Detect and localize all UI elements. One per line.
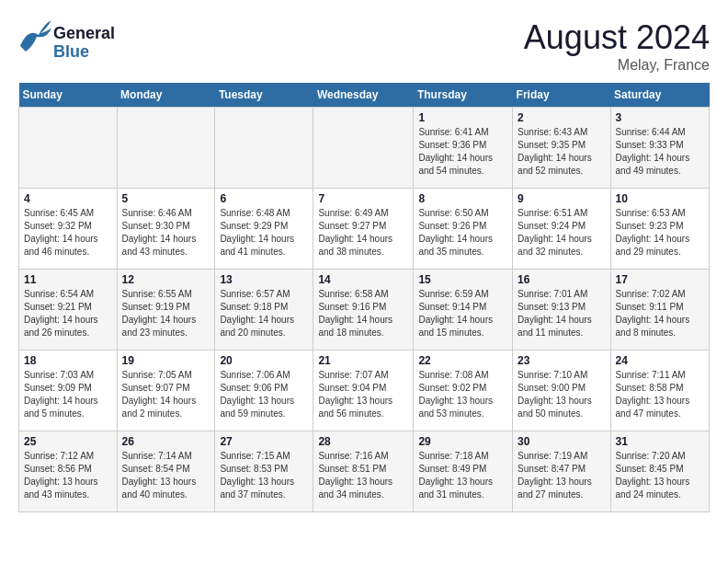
- calendar-cell: 24Sunrise: 7:11 AM Sunset: 8:58 PM Dayli…: [610, 350, 709, 431]
- calendar-cell: 9Sunrise: 6:51 AM Sunset: 9:24 PM Daylig…: [513, 189, 610, 270]
- calendar-cell: 11Sunrise: 6:54 AM Sunset: 9:21 PM Dayli…: [19, 270, 118, 350]
- day-number: 12: [122, 273, 210, 286]
- weekday-header-thursday: Thursday: [414, 83, 513, 108]
- day-number: 11: [24, 273, 112, 286]
- calendar-table: SundayMondayTuesdayWednesdayThursdayFrid…: [18, 83, 710, 512]
- calendar-cell: 31Sunrise: 7:20 AM Sunset: 8:45 PM Dayli…: [610, 431, 709, 512]
- day-number: 28: [318, 435, 408, 448]
- calendar-cell: 3Sunrise: 6:44 AM Sunset: 9:33 PM Daylig…: [610, 108, 709, 189]
- day-info: Sunrise: 7:14 AM Sunset: 8:54 PM Dayligh…: [122, 450, 210, 501]
- calendar-cell: [215, 108, 313, 189]
- day-info: Sunrise: 6:48 AM Sunset: 9:29 PM Dayligh…: [220, 207, 308, 259]
- calendar-cell: 1Sunrise: 6:41 AM Sunset: 9:36 PM Daylig…: [414, 108, 513, 189]
- calendar-cell: 21Sunrise: 7:07 AM Sunset: 9:04 PM Dayli…: [313, 350, 414, 431]
- day-number: 23: [518, 354, 605, 367]
- calendar-cell: 25Sunrise: 7:12 AM Sunset: 8:56 PM Dayli…: [19, 431, 118, 512]
- calendar-cell: 7Sunrise: 6:49 AM Sunset: 9:27 PM Daylig…: [313, 189, 414, 270]
- day-number: 9: [518, 192, 605, 205]
- location-subtitle: Melay, France: [524, 57, 710, 74]
- day-info: Sunrise: 6:45 AM Sunset: 9:32 PM Dayligh…: [24, 207, 112, 259]
- day-info: Sunrise: 6:55 AM Sunset: 9:19 PM Dayligh…: [122, 288, 210, 339]
- day-info: Sunrise: 6:58 AM Sunset: 9:16 PM Dayligh…: [318, 288, 408, 339]
- day-info: Sunrise: 7:12 AM Sunset: 8:56 PM Dayligh…: [24, 450, 112, 501]
- day-info: Sunrise: 7:06 AM Sunset: 9:06 PM Dayligh…: [220, 369, 308, 420]
- day-info: Sunrise: 7:19 AM Sunset: 8:47 PM Dayligh…: [518, 450, 605, 501]
- day-info: Sunrise: 7:01 AM Sunset: 9:13 PM Dayligh…: [518, 288, 605, 339]
- calendar-cell: 27Sunrise: 7:15 AM Sunset: 8:53 PM Dayli…: [215, 431, 313, 512]
- calendar-cell: 23Sunrise: 7:10 AM Sunset: 9:00 PM Dayli…: [513, 350, 610, 431]
- logo: GeneralBlue: [18, 18, 129, 64]
- calendar-cell: 19Sunrise: 7:05 AM Sunset: 9:07 PM Dayli…: [117, 350, 215, 431]
- calendar-cell: 16Sunrise: 7:01 AM Sunset: 9:13 PM Dayli…: [513, 270, 610, 350]
- day-number: 5: [122, 192, 210, 205]
- day-info: Sunrise: 6:44 AM Sunset: 9:33 PM Dayligh…: [616, 126, 704, 178]
- day-number: 7: [318, 192, 408, 205]
- calendar-cell: 22Sunrise: 7:08 AM Sunset: 9:02 PM Dayli…: [414, 350, 513, 431]
- month-year-title: August 2024: [524, 18, 710, 57]
- day-number: 26: [122, 435, 210, 448]
- calendar-cell: [19, 108, 118, 189]
- calendar-cell: 20Sunrise: 7:06 AM Sunset: 9:06 PM Dayli…: [215, 350, 313, 431]
- day-info: Sunrise: 6:57 AM Sunset: 9:18 PM Dayligh…: [220, 288, 308, 339]
- calendar-cell: 4Sunrise: 6:45 AM Sunset: 9:32 PM Daylig…: [19, 189, 118, 270]
- day-number: 17: [616, 273, 704, 286]
- day-number: 29: [418, 435, 507, 448]
- day-info: Sunrise: 7:16 AM Sunset: 8:51 PM Dayligh…: [318, 450, 408, 501]
- weekday-header-wednesday: Wednesday: [313, 83, 414, 108]
- day-info: Sunrise: 6:46 AM Sunset: 9:30 PM Dayligh…: [122, 207, 210, 259]
- day-number: 10: [616, 192, 704, 205]
- day-number: 4: [24, 192, 112, 205]
- day-number: 31: [616, 435, 704, 448]
- day-number: 1: [418, 111, 507, 124]
- day-info: Sunrise: 7:10 AM Sunset: 9:00 PM Dayligh…: [518, 369, 605, 420]
- calendar-week-2: 4Sunrise: 6:45 AM Sunset: 9:32 PM Daylig…: [19, 189, 710, 270]
- logo-svg: GeneralBlue: [18, 18, 129, 64]
- day-number: 21: [318, 354, 408, 367]
- calendar-cell: 10Sunrise: 6:53 AM Sunset: 9:23 PM Dayli…: [610, 189, 709, 270]
- calendar-cell: 28Sunrise: 7:16 AM Sunset: 8:51 PM Dayli…: [313, 431, 414, 512]
- day-number: 27: [220, 435, 308, 448]
- title-section: August 2024 Melay, France: [524, 18, 710, 74]
- day-number: 3: [616, 111, 704, 124]
- calendar-week-1: 1Sunrise: 6:41 AM Sunset: 9:36 PM Daylig…: [19, 108, 710, 189]
- weekday-header-friday: Friday: [513, 83, 610, 108]
- day-info: Sunrise: 6:51 AM Sunset: 9:24 PM Dayligh…: [518, 207, 605, 259]
- day-number: 16: [518, 273, 605, 286]
- weekday-header-row: SundayMondayTuesdayWednesdayThursdayFrid…: [19, 83, 710, 108]
- calendar-cell: 26Sunrise: 7:14 AM Sunset: 8:54 PM Dayli…: [117, 431, 215, 512]
- day-number: 20: [220, 354, 308, 367]
- calendar-cell: 15Sunrise: 6:59 AM Sunset: 9:14 PM Dayli…: [414, 270, 513, 350]
- day-info: Sunrise: 7:02 AM Sunset: 9:11 PM Dayligh…: [616, 288, 704, 339]
- calendar-cell: [117, 108, 215, 189]
- weekday-header-monday: Monday: [117, 83, 215, 108]
- day-number: 18: [24, 354, 112, 367]
- calendar-week-3: 11Sunrise: 6:54 AM Sunset: 9:21 PM Dayli…: [19, 270, 710, 350]
- calendar-cell: 17Sunrise: 7:02 AM Sunset: 9:11 PM Dayli…: [610, 270, 709, 350]
- day-number: 6: [220, 192, 308, 205]
- calendar-cell: 5Sunrise: 6:46 AM Sunset: 9:30 PM Daylig…: [117, 189, 215, 270]
- day-number: 24: [616, 354, 704, 367]
- calendar-cell: 8Sunrise: 6:50 AM Sunset: 9:26 PM Daylig…: [414, 189, 513, 270]
- calendar-cell: 29Sunrise: 7:18 AM Sunset: 8:49 PM Dayli…: [414, 431, 513, 512]
- day-info: Sunrise: 7:07 AM Sunset: 9:04 PM Dayligh…: [318, 369, 408, 420]
- day-info: Sunrise: 7:11 AM Sunset: 8:58 PM Dayligh…: [616, 369, 704, 420]
- page-header: GeneralBlue August 2024 Melay, France: [18, 18, 710, 74]
- svg-text:Blue: Blue: [53, 42, 89, 61]
- weekday-header-sunday: Sunday: [19, 83, 118, 108]
- day-number: 19: [122, 354, 210, 367]
- calendar-cell: 14Sunrise: 6:58 AM Sunset: 9:16 PM Dayli…: [313, 270, 414, 350]
- calendar-cell: 30Sunrise: 7:19 AM Sunset: 8:47 PM Dayli…: [513, 431, 610, 512]
- day-info: Sunrise: 7:05 AM Sunset: 9:07 PM Dayligh…: [122, 369, 210, 420]
- day-info: Sunrise: 6:50 AM Sunset: 9:26 PM Dayligh…: [418, 207, 507, 259]
- calendar-week-5: 25Sunrise: 7:12 AM Sunset: 8:56 PM Dayli…: [19, 431, 710, 512]
- svg-text:General: General: [53, 24, 115, 42]
- day-info: Sunrise: 6:43 AM Sunset: 9:35 PM Dayligh…: [518, 126, 605, 178]
- day-number: 22: [418, 354, 507, 367]
- day-number: 14: [318, 273, 408, 286]
- day-info: Sunrise: 7:08 AM Sunset: 9:02 PM Dayligh…: [418, 369, 507, 420]
- day-number: 15: [418, 273, 507, 286]
- day-number: 13: [220, 273, 308, 286]
- calendar-cell: 2Sunrise: 6:43 AM Sunset: 9:35 PM Daylig…: [513, 108, 610, 189]
- weekday-header-tuesday: Tuesday: [215, 83, 313, 108]
- calendar-cell: [313, 108, 414, 189]
